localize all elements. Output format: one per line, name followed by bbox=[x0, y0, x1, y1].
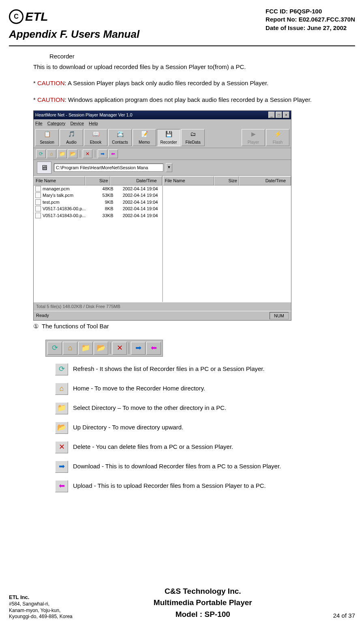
toolbar-memo[interactable]: 📝Memo bbox=[133, 129, 156, 146]
toolbar-contacts[interactable]: 📇Contacts bbox=[108, 129, 132, 146]
desc-icon: ⌂ bbox=[55, 383, 68, 395]
toolbar-label: Contacts bbox=[112, 139, 128, 145]
left-arrow-icon: ⬅ bbox=[146, 342, 161, 355]
toolbar-label: Ebook bbox=[90, 139, 101, 145]
caution-word-2: CAUTION bbox=[37, 96, 65, 103]
home-button[interactable]: ⌂ bbox=[47, 149, 56, 158]
toolbar-filedata[interactable]: 🗂FileData bbox=[181, 129, 205, 146]
etl-logo: C ETL bbox=[9, 7, 139, 26]
caution-2: * CAUTION: Windows application program d… bbox=[33, 94, 339, 106]
maximize-button[interactable]: □ bbox=[276, 112, 282, 118]
toolbar-flash: ⚡Flash bbox=[266, 129, 289, 146]
icon-description-row: 📁Select Directory – To move to the other… bbox=[55, 402, 339, 414]
file-panes: File Name Size Date/Time manager.pcm48KB… bbox=[34, 176, 291, 302]
col-datetime[interactable]: Date/Time bbox=[110, 176, 162, 185]
col-datetime-r[interactable]: Date/Time bbox=[239, 176, 291, 185]
desc-icon: ✕ bbox=[55, 441, 68, 453]
toolbar-session[interactable]: 📋Session bbox=[35, 129, 59, 146]
icon-desc-text: Home - To move to the Recorder Home dire… bbox=[73, 384, 205, 393]
toolbar-label: Memo bbox=[139, 139, 150, 145]
contacts-icon: 📇 bbox=[116, 130, 124, 138]
path-dropdown[interactable]: ▼ bbox=[166, 163, 172, 172]
close-button[interactable]: × bbox=[283, 112, 289, 118]
menu-help[interactable]: Help bbox=[89, 120, 98, 127]
icon-description-row: ➡Download - This is to download Recorder… bbox=[55, 461, 339, 473]
enlarged-toolbar: ⟳ ⌂ 📁 📂 ✕ ➡ ⬅ bbox=[45, 340, 163, 357]
page-number: 24 of 37 bbox=[333, 611, 355, 621]
table-row[interactable]: Mary's talk.pcm53KB2002-04-14 19:04 bbox=[34, 192, 162, 199]
icon-desc-text: Select Directory – To move to the other … bbox=[73, 403, 226, 413]
up-icon: 📂 bbox=[94, 342, 108, 355]
page-header: C ETL Appendix F. Users Manual FCC ID: P… bbox=[9, 7, 355, 42]
toolbar-label: Recorder bbox=[160, 139, 177, 145]
logo-text: ETL bbox=[25, 7, 48, 26]
minimize-button[interactable]: _ bbox=[268, 112, 275, 118]
desc-icon: ⬅ bbox=[55, 480, 68, 492]
menu-category[interactable]: Category bbox=[47, 120, 66, 127]
intro-text: This is to download or upload recorded f… bbox=[33, 61, 339, 73]
icon-description-row: ⟳Refresh - It shows the list of Recorder… bbox=[55, 363, 339, 375]
toolbar-audio[interactable]: 🎵Audio bbox=[60, 129, 83, 146]
left-pane: File Name Size Date/Time manager.pcm48KB… bbox=[34, 176, 162, 302]
menu-device[interactable]: Device bbox=[70, 120, 84, 127]
section-title: The functions of Tool Bar bbox=[42, 323, 109, 330]
footer-left: ETL Inc. #584, Sangwhal-ri, Kanam-myon, … bbox=[9, 594, 73, 620]
icon-description-row: ⬅Upload - This is to upload Recorder fil… bbox=[55, 480, 339, 492]
refresh-icon: ⟳ bbox=[47, 342, 62, 355]
app-toolbar: 📋Session🎵Audio📖Ebook📇Contacts📝Memo💾Recor… bbox=[34, 127, 291, 148]
icon-description-row: 📂Up Directory - To move directory upward… bbox=[55, 422, 339, 434]
icon-desc-text: Up Directory - To move directory upward. bbox=[73, 423, 183, 432]
big-sep bbox=[110, 343, 111, 354]
col-size-r[interactable]: Size bbox=[214, 176, 239, 185]
window-title: HeartMore Net - Session Player Manager V… bbox=[35, 112, 133, 119]
toolbar-recorder[interactable]: 💾Recorder bbox=[157, 129, 180, 146]
caution-2-text: : Windows application program does not p… bbox=[65, 96, 312, 103]
file-icon bbox=[35, 192, 41, 198]
file-icon bbox=[35, 186, 41, 192]
recorder-icon: 💾 bbox=[165, 130, 173, 138]
memo-icon: 📝 bbox=[140, 130, 148, 138]
meta-fcc: FCC ID: P6QSP-100 bbox=[266, 7, 355, 15]
table-row[interactable]: manager.pcm48KB2002-04-14 19:04 bbox=[34, 185, 162, 192]
table-row[interactable]: V0517-141836-00.p...8KB2002-04-14 19:04 bbox=[34, 205, 162, 212]
desc-icon: 📂 bbox=[55, 422, 68, 434]
up-dir-button[interactable]: 📂 bbox=[68, 149, 77, 158]
menu-file[interactable]: File bbox=[35, 120, 43, 127]
logo-mark-icon: C bbox=[9, 9, 24, 24]
download-button[interactable]: ➡ bbox=[98, 149, 107, 158]
table-row[interactable]: V0517-141843-00.p...33KB2002-04-14 19:04 bbox=[34, 212, 162, 219]
col-size[interactable]: Size bbox=[85, 176, 110, 185]
icon-desc-text: Upload - This is to upload Recorder file… bbox=[73, 481, 266, 491]
file-icon bbox=[35, 213, 41, 218]
folder-icon: 📁 bbox=[78, 342, 93, 355]
icon-description-list: ⟳Refresh - It shows the list of Recorder… bbox=[55, 363, 339, 492]
path-bar: 🖥 C:\Program Files\HeartMoreNet\Session … bbox=[34, 160, 291, 176]
col-filename[interactable]: File Name bbox=[34, 176, 85, 185]
section-number: ① bbox=[33, 323, 39, 330]
toolbar-label: Session bbox=[40, 139, 54, 145]
footer-addr3: Kyounggi-do, 469-885, Korea bbox=[9, 614, 73, 619]
big-sep bbox=[128, 343, 129, 354]
delete-icon: ✕ bbox=[112, 342, 127, 355]
toolbar-separator bbox=[80, 150, 80, 157]
desc-icon: 📁 bbox=[55, 402, 68, 414]
table-row[interactable]: test.pcm9KB2002-04-14 19:04 bbox=[34, 199, 162, 206]
upload-button[interactable]: ⬅ bbox=[108, 149, 118, 158]
titlebar: HeartMore Net - Session Player Manager V… bbox=[34, 111, 291, 119]
header-meta: FCC ID: P6QSP-100 Report No: E02.0627.FC… bbox=[266, 7, 355, 32]
toolbar-label: Audio bbox=[66, 139, 77, 145]
toolbar-label: FileData bbox=[185, 139, 200, 145]
icon-description-row: ✕Delete - You can delete files from a PC… bbox=[55, 441, 339, 453]
path-input[interactable]: C:\Program Files\HeartMoreNet\Session Ma… bbox=[54, 164, 163, 172]
player-icon: ▶ bbox=[249, 130, 257, 138]
toolbar-label: Flash bbox=[273, 139, 283, 145]
refresh-button[interactable]: ⟳ bbox=[36, 149, 46, 158]
col-filename-r[interactable]: File Name bbox=[163, 176, 214, 185]
footer-company-center: C&S Technology Inc. bbox=[154, 586, 252, 597]
toolbar-ebook[interactable]: 📖Ebook bbox=[84, 129, 107, 146]
folder-button[interactable]: 📁 bbox=[57, 149, 67, 158]
delete-button[interactable]: ✕ bbox=[83, 149, 92, 158]
caution-1-text: : A Session Player plays back only audio… bbox=[65, 80, 269, 86]
desc-icon: ⟳ bbox=[55, 363, 68, 375]
desc-icon: ➡ bbox=[55, 461, 68, 473]
